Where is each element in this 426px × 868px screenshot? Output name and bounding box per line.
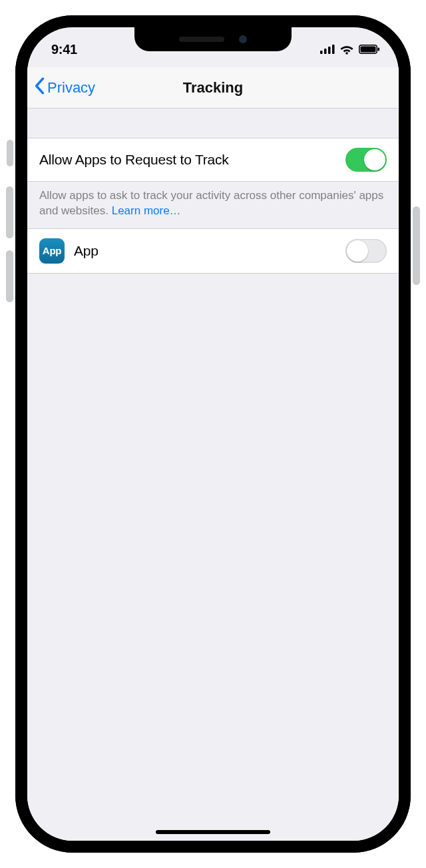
learn-more-link[interactable]: Learn more… xyxy=(112,204,181,217)
svg-rect-1 xyxy=(324,49,327,54)
phone-power-button xyxy=(413,206,420,285)
phone-silence-switch xyxy=(7,140,13,166)
svg-rect-2 xyxy=(328,47,331,54)
back-label: Privacy xyxy=(47,79,95,97)
app-name-label: App xyxy=(74,243,99,259)
phone-frame: 9:41 xyxy=(15,15,411,853)
allow-apps-request-toggle[interactable] xyxy=(345,148,387,172)
app-icon: App xyxy=(39,238,65,264)
phone-volume-up xyxy=(6,186,13,238)
app-tracking-toggle[interactable] xyxy=(345,239,387,263)
svg-rect-0 xyxy=(320,51,323,54)
section-footer-text: Allow apps to ask to track your activity… xyxy=(39,189,383,217)
chevron-left-icon xyxy=(34,77,45,99)
home-indicator[interactable] xyxy=(156,830,270,834)
svg-rect-3 xyxy=(332,45,335,54)
screen: 9:41 xyxy=(27,27,399,841)
battery-icon xyxy=(359,45,380,54)
svg-point-4 xyxy=(345,52,348,55)
content: Allow Apps to Request to Track Allow app… xyxy=(27,108,399,841)
svg-rect-6 xyxy=(361,47,376,53)
allow-apps-request-row: Allow Apps to Request to Track xyxy=(27,138,399,182)
status-time: 9:41 xyxy=(51,42,77,57)
device-notch xyxy=(134,27,292,51)
cellular-icon xyxy=(320,45,335,54)
section-footer: Allow apps to ask to track your activity… xyxy=(27,182,399,228)
phone-volume-down xyxy=(6,250,13,302)
navigation-bar: Privacy Tracking xyxy=(27,67,399,108)
app-row: App App xyxy=(27,228,399,274)
wifi-icon xyxy=(339,44,354,55)
back-button[interactable]: Privacy xyxy=(34,77,95,99)
svg-rect-7 xyxy=(378,48,380,51)
allow-apps-request-label: Allow Apps to Request to Track xyxy=(39,152,229,168)
